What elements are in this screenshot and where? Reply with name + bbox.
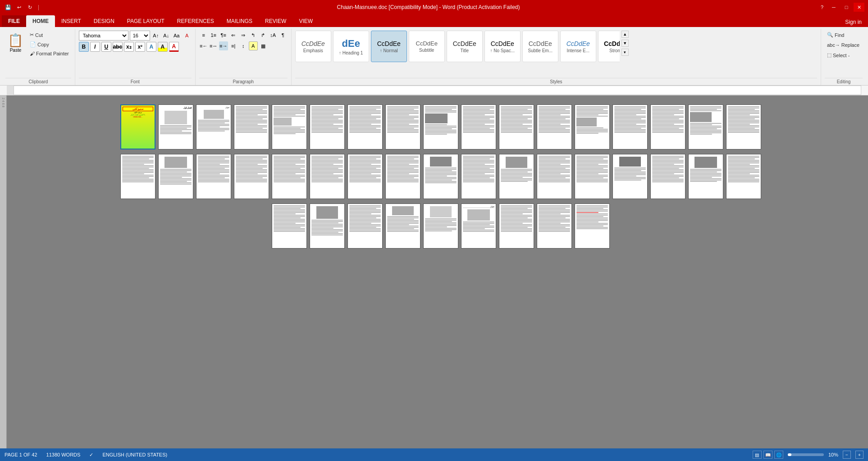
- page-thumb-21[interactable]: [234, 154, 269, 199]
- font-name-select[interactable]: Tahoma: [79, 31, 128, 41]
- page-thumb-25[interactable]: [385, 154, 420, 199]
- page-thumb-29[interactable]: [537, 154, 572, 199]
- tab-view[interactable]: VIEW: [292, 15, 319, 27]
- page-thumb-26[interactable]: [423, 154, 458, 199]
- web-layout-button[interactable]: 🌐: [774, 451, 783, 459]
- page-thumb-6[interactable]: [310, 104, 345, 149]
- line-spacing-button[interactable]: ↕: [239, 41, 248, 50]
- page-thumb-12[interactable]: [537, 104, 572, 149]
- replace-button[interactable]: abc→ Replace: [825, 41, 862, 49]
- styles-more[interactable]: ▾: [621, 49, 629, 56]
- print-layout-button[interactable]: ▤: [753, 451, 762, 459]
- close-button[interactable]: ✕: [854, 3, 864, 12]
- sign-in-button[interactable]: Sign in: [841, 17, 866, 27]
- document-area[interactable]: تحقیق آنلاین مرجع دانلود با کمترین قیمت …: [7, 95, 868, 448]
- style-nospacing[interactable]: CcDdEe ↑ No Spac...: [484, 31, 521, 62]
- find-button[interactable]: 🔍 Find: [825, 31, 862, 39]
- page-thumb-39[interactable]: [423, 203, 458, 249]
- page-thumb-42[interactable]: [537, 203, 572, 249]
- numbering-button[interactable]: 1≡: [209, 31, 218, 40]
- font-size-select[interactable]: 16: [130, 31, 150, 41]
- tab-design[interactable]: DESIGN: [87, 15, 121, 27]
- page-thumb-11[interactable]: [499, 104, 534, 149]
- page-thumb-19[interactable]: [158, 154, 193, 199]
- styles-scroll-down[interactable]: ▼: [621, 40, 629, 47]
- underline-button[interactable]: U: [101, 42, 111, 52]
- page-thumb-9[interactable]: [423, 104, 458, 149]
- style-title[interactable]: CcDdEe Title: [447, 31, 483, 62]
- page-thumb-10[interactable]: [461, 104, 496, 149]
- cut-button[interactable]: ✂ Cut: [27, 31, 71, 39]
- align-center-button[interactable]: ≡↔: [209, 41, 218, 50]
- text-highlight-button[interactable]: A: [158, 42, 168, 52]
- page-thumb-33[interactable]: [688, 154, 723, 199]
- italic-button[interactable]: I: [90, 42, 100, 52]
- page-thumb-24[interactable]: [347, 154, 383, 199]
- page-thumb-18[interactable]: [120, 154, 155, 199]
- multilevel-list-button[interactable]: ¶≡: [219, 31, 228, 40]
- page-thumb-32[interactable]: [650, 154, 685, 199]
- bold-button[interactable]: B: [79, 42, 89, 52]
- style-strong[interactable]: CcDdEe Strong: [598, 31, 620, 62]
- page-thumb-3[interactable]: عنوان: [196, 104, 231, 149]
- show-hide-button[interactable]: ¶: [279, 31, 288, 40]
- rtl-button[interactable]: ↰: [249, 31, 258, 40]
- style-normal[interactable]: CcDdEe ↑ Normal: [371, 31, 407, 62]
- style-heading1[interactable]: dEe ↑ Heading 1: [333, 31, 369, 62]
- superscript-button[interactable]: x²: [135, 42, 145, 52]
- style-emphasis[interactable]: CcDdEe Emphasis: [295, 31, 331, 62]
- font-color-button[interactable]: A: [169, 42, 179, 52]
- shading-button[interactable]: A: [249, 41, 258, 50]
- tab-pagelayout[interactable]: PAGE LAYOUT: [121, 15, 171, 27]
- page-thumb-43[interactable]: [575, 203, 610, 249]
- style-subtle-em[interactable]: CcDdEe Subtle Em...: [522, 31, 558, 62]
- subscript-button[interactable]: x₂: [124, 42, 134, 52]
- page-thumb-4[interactable]: [234, 104, 269, 149]
- copy-button[interactable]: 📄 Copy: [27, 40, 71, 49]
- increase-font-button[interactable]: A↑: [151, 31, 160, 40]
- style-subtitle[interactable]: CcDdEe Subtitle: [409, 31, 445, 62]
- paste-button[interactable]: 📋 Paste: [5, 31, 26, 55]
- decrease-indent-button[interactable]: ⇐: [229, 31, 238, 40]
- change-case-button[interactable]: Aa: [172, 31, 181, 40]
- clear-formatting-button[interactable]: A: [183, 31, 192, 40]
- align-right-button[interactable]: ≡→: [219, 41, 228, 50]
- page-thumb-8[interactable]: [385, 104, 420, 149]
- align-left-button[interactable]: ≡←: [199, 41, 208, 50]
- page-thumb-14[interactable]: [612, 104, 648, 149]
- page-thumb-1[interactable]: تحقیق آنلاین مرجع دانلود با کمترین قیمت …: [120, 104, 155, 149]
- spelling-check-icon[interactable]: ✓: [89, 452, 93, 458]
- page-thumb-23[interactable]: [310, 154, 345, 199]
- restore-button[interactable]: □: [841, 3, 852, 12]
- page-thumb-34[interactable]: [726, 154, 761, 199]
- justify-button[interactable]: ≡|: [229, 41, 238, 50]
- page-thumb-28[interactable]: [499, 154, 534, 199]
- page-thumb-40[interactable]: عنوان: [461, 203, 496, 249]
- page-thumb-17[interactable]: [726, 104, 761, 149]
- zoom-slider[interactable]: [788, 453, 824, 456]
- page-thumb-37[interactable]: [347, 203, 383, 249]
- sort-button[interactable]: ↕A: [269, 31, 278, 40]
- format-painter-button[interactable]: 🖌 Format Painter: [27, 50, 71, 58]
- page-thumb-15[interactable]: [650, 104, 685, 149]
- read-mode-button[interactable]: 📖: [763, 451, 772, 459]
- decrease-font-button[interactable]: A↓: [162, 31, 171, 40]
- page-thumb-2[interactable]: فصل اول: [158, 104, 193, 149]
- bullets-button[interactable]: ≡: [199, 31, 208, 40]
- borders-button[interactable]: ▦: [259, 41, 268, 50]
- page-thumb-31[interactable]: [612, 154, 648, 199]
- tab-mailings[interactable]: MAILINGS: [220, 15, 259, 27]
- minimize-button[interactable]: ─: [828, 3, 839, 12]
- help-button[interactable]: ?: [818, 3, 827, 12]
- select-button[interactable]: ⬚ Select -: [825, 51, 862, 59]
- tab-file[interactable]: FILE: [2, 15, 26, 27]
- strikethrough-button[interactable]: abc: [113, 42, 123, 52]
- page-thumb-22[interactable]: [272, 154, 307, 199]
- page-thumb-13[interactable]: [575, 104, 610, 149]
- page-thumb-5[interactable]: [272, 104, 307, 149]
- tab-review[interactable]: REVIEW: [259, 15, 292, 27]
- page-thumb-7[interactable]: [347, 104, 383, 149]
- page-thumb-27[interactable]: [461, 154, 496, 199]
- page-thumb-41[interactable]: [499, 203, 534, 249]
- zoom-in-button[interactable]: +: [855, 451, 863, 459]
